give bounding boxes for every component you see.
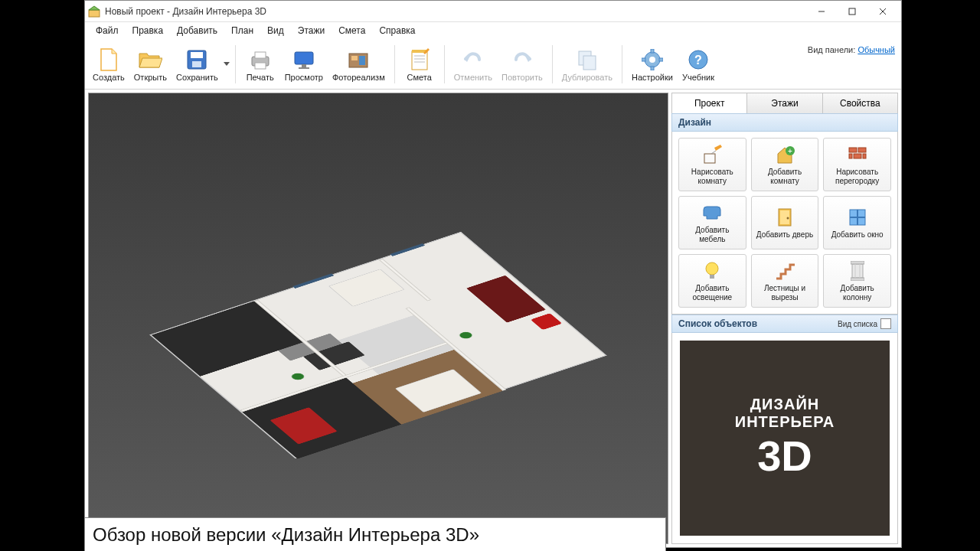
toolbar-duplicate-label: Дублировать bbox=[562, 73, 612, 82]
add-room-icon: + bbox=[775, 143, 795, 166]
menu-help[interactable]: Справка bbox=[373, 24, 421, 37]
column-icon bbox=[851, 259, 864, 282]
tab-floors[interactable]: Этажи bbox=[747, 93, 822, 113]
toolbar-save-dropdown[interactable] bbox=[223, 62, 230, 67]
toolbar-redo-label: Повторить bbox=[501, 73, 543, 82]
toolbar-estimate-button[interactable]: Смета bbox=[400, 45, 439, 83]
toolbar-create-button[interactable]: Создать bbox=[88, 45, 129, 83]
add-window-label: Добавить окно bbox=[831, 230, 884, 240]
stairs-button[interactable]: Лестницы и вырезы bbox=[751, 254, 819, 308]
svg-rect-39 bbox=[849, 148, 857, 152]
objects-list: ДИЗАЙН ИНТЕРЬЕРА 3D bbox=[671, 333, 898, 544]
objects-header-label: Список объектов bbox=[678, 318, 757, 329]
svg-rect-8 bbox=[192, 61, 201, 67]
menu-estimate[interactable]: Смета bbox=[332, 24, 371, 37]
help-icon: ? bbox=[688, 47, 708, 73]
svg-rect-15 bbox=[299, 67, 309, 69]
toolbar-help-button[interactable]: ? Учебник bbox=[678, 45, 719, 83]
folder-open-icon bbox=[138, 47, 162, 73]
svg-rect-12 bbox=[255, 63, 266, 69]
menu-plan[interactable]: План bbox=[225, 24, 260, 37]
add-room-label: Добавить комнату bbox=[755, 168, 815, 186]
menu-floors[interactable]: Этажи bbox=[292, 24, 331, 37]
redo-icon bbox=[511, 47, 533, 73]
gear-icon bbox=[642, 47, 663, 73]
toolbar-print-button[interactable]: Печать bbox=[240, 45, 280, 83]
svg-point-46 bbox=[786, 217, 789, 220]
svg-text:?: ? bbox=[694, 54, 702, 67]
toolbar-duplicate-button: Дублировать bbox=[557, 45, 617, 83]
draw-partition-button[interactable]: Нарисовать перегородку bbox=[823, 138, 891, 191]
armchair-icon bbox=[702, 201, 722, 224]
titlebar: Новый проект - Дизайн Интерьера 3D bbox=[85, 1, 901, 22]
new-file-icon bbox=[98, 47, 119, 73]
toolbar-save-button[interactable]: Сохранить bbox=[172, 45, 223, 83]
toolbar-preview-label: Просмотр bbox=[285, 73, 323, 82]
panel-mode-link[interactable]: Обычный bbox=[858, 45, 895, 54]
draw-partition-label: Нарисовать перегородку bbox=[827, 168, 887, 186]
list-view-icon bbox=[880, 318, 891, 329]
add-light-button[interactable]: Добавить освещение bbox=[678, 254, 746, 308]
close-button[interactable] bbox=[867, 1, 898, 22]
save-icon bbox=[186, 47, 207, 73]
toolbar-preview-button[interactable]: Просмотр bbox=[280, 45, 328, 83]
promo-line3: 3D bbox=[757, 431, 812, 481]
svg-rect-43 bbox=[863, 154, 866, 158]
minimize-button[interactable] bbox=[806, 1, 837, 22]
add-door-button[interactable]: Добавить дверь bbox=[751, 196, 819, 249]
toolbar-photoreal-button[interactable]: Фотореализм bbox=[328, 45, 390, 83]
tab-properties[interactable]: Свойства bbox=[823, 93, 897, 113]
svg-rect-3 bbox=[849, 8, 855, 15]
toolbar-undo-button: Отменить bbox=[449, 45, 497, 83]
content-area: Проект Этажи Свойства Дизайн Нарисовать … bbox=[85, 90, 901, 547]
svg-rect-11 bbox=[255, 52, 266, 58]
menu-view[interactable]: Вид bbox=[261, 24, 290, 37]
svg-rect-52 bbox=[852, 264, 863, 278]
add-column-button[interactable]: Добавить колонну bbox=[823, 254, 891, 308]
svg-rect-30 bbox=[651, 49, 654, 53]
toolbar-open-button[interactable]: Открыть bbox=[129, 45, 172, 83]
draw-room-button[interactable]: Нарисовать комнату bbox=[678, 138, 746, 191]
toolbar-help-label: Учебник bbox=[682, 73, 714, 82]
svg-rect-7 bbox=[191, 52, 203, 58]
toolbar-open-label: Открыть bbox=[134, 73, 167, 82]
svg-point-50 bbox=[706, 262, 718, 275]
svg-rect-17 bbox=[351, 56, 358, 60]
svg-rect-18 bbox=[359, 56, 365, 65]
panel-mode: Вид панели: Обычный bbox=[808, 45, 895, 54]
stairs-icon bbox=[775, 259, 795, 282]
design-header-label: Дизайн bbox=[678, 117, 711, 128]
add-window-button[interactable]: Добавить окно bbox=[823, 196, 891, 249]
menu-file[interactable]: Файл bbox=[90, 24, 125, 37]
duplicate-icon bbox=[577, 47, 598, 73]
menu-add[interactable]: Добавить bbox=[171, 24, 224, 37]
list-viewmode[interactable]: Вид списка bbox=[838, 318, 891, 329]
objects-section-header: Список объектов Вид списка bbox=[671, 315, 898, 333]
svg-rect-51 bbox=[710, 275, 714, 279]
tab-project[interactable]: Проект bbox=[672, 93, 747, 113]
svg-point-29 bbox=[649, 57, 655, 63]
photorealism-icon bbox=[347, 47, 370, 73]
svg-rect-40 bbox=[858, 148, 866, 152]
caption-text: Обзор новой версии «Дизайн Интерьера 3D» bbox=[93, 524, 479, 546]
3d-viewport[interactable] bbox=[88, 93, 668, 544]
monitor-icon bbox=[292, 47, 315, 73]
toolbar-create-label: Создать bbox=[93, 73, 125, 82]
toolbar-redo-button: Повторить bbox=[497, 45, 547, 83]
brick-wall-icon bbox=[848, 143, 867, 166]
toolbar-settings-button[interactable]: Настройки bbox=[627, 45, 678, 83]
add-furniture-button[interactable]: Добавить мебель bbox=[678, 196, 746, 249]
undo-icon bbox=[462, 47, 484, 73]
add-light-label: Добавить освещение bbox=[682, 284, 743, 302]
app-icon bbox=[88, 5, 100, 18]
svg-rect-42 bbox=[849, 154, 852, 158]
menu-edit[interactable]: Правка bbox=[126, 24, 170, 37]
printer-icon bbox=[249, 47, 272, 73]
svg-marker-9 bbox=[224, 62, 230, 66]
maximize-button[interactable] bbox=[837, 1, 867, 22]
draw-room-label: Нарисовать комнату bbox=[682, 168, 743, 186]
toolbar: Создать Открыть Сохранить Печать bbox=[85, 39, 901, 90]
window-icon bbox=[848, 206, 867, 229]
viewmode-label: Вид списка bbox=[838, 320, 877, 328]
add-room-button[interactable]: + Добавить комнату bbox=[751, 138, 819, 191]
